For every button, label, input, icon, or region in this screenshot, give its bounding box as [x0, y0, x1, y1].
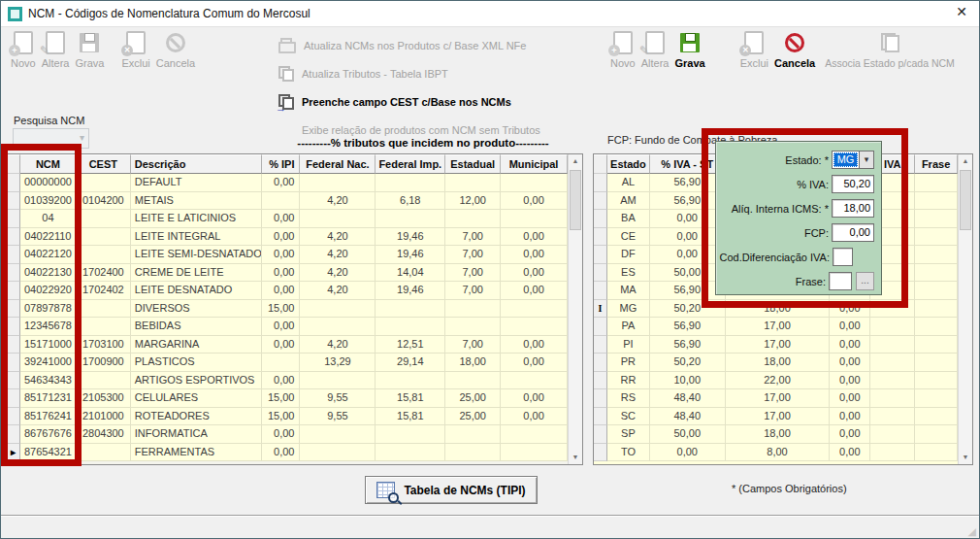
table-row[interactable]: 04022120LEITE SEMI-DESNATADO0,004,2019,4… [7, 246, 568, 264]
tabela-ncms-tipi-button[interactable]: Tabela de NCMs (TIPI) [365, 476, 538, 504]
cell-ipi[interactable]: 0,00 [262, 372, 301, 390]
cell-cest[interactable]: 1702402 [77, 282, 131, 300]
cell-frase[interactable] [915, 300, 958, 319]
cell-ipi[interactable]: 0,00 [262, 425, 301, 444]
cell-frase[interactable] [915, 192, 958, 211]
cell-fcp[interactable]: 0,00 [830, 444, 870, 462]
cell-ipi[interactable] [262, 354, 301, 372]
vertical-scrollbar[interactable]: ▲ ▼ [958, 154, 972, 464]
cell-estadual[interactable] [445, 372, 501, 390]
resize-grip[interactable]: ◢ [968, 525, 976, 538]
cell-uf[interactable]: TO [607, 444, 650, 462]
cell-desc[interactable]: LEITE E LATICINIOS [131, 210, 262, 228]
cell-uf[interactable]: MG [607, 300, 650, 319]
cell-municipal[interactable] [501, 300, 568, 319]
cell-desc[interactable]: METAIS [131, 192, 262, 211]
cell-icms[interactable]: 22,00 [726, 372, 831, 390]
cell-frase[interactable] [915, 174, 958, 192]
table-row[interactable]: 851762412101000ROTEADORES15,009,5515,812… [7, 408, 568, 426]
cell-cest[interactable]: 2101000 [77, 408, 131, 426]
cell-frase[interactable] [915, 210, 958, 228]
cell-fedimp[interactable]: 12,51 [376, 336, 445, 354]
cell-icms[interactable]: 17,00 [726, 318, 831, 336]
cell-fedimp[interactable]: 15,81 [376, 389, 445, 408]
table-row[interactable]: 392410001700900PLASTICOS13,2929,1418,000… [7, 354, 568, 372]
cell-cest[interactable]: 2105300 [77, 389, 131, 408]
table-row[interactable]: PR50,2018,000,00 [594, 354, 958, 372]
cell-estadual[interactable] [445, 318, 501, 336]
scroll-thumb[interactable] [960, 170, 971, 230]
cell-fedimp[interactable]: 15,81 [376, 408, 445, 426]
associa-estado-button[interactable]: Associa Estado p/cada NCM [825, 31, 955, 69]
cell-icms[interactable]: 18,00 [726, 425, 831, 444]
cell-fednac[interactable]: 4,20 [300, 192, 376, 211]
altera-estado-button[interactable]: ✎ Altera [641, 31, 670, 69]
cell-cest[interactable] [77, 318, 131, 336]
cell-fedimp[interactable] [376, 210, 445, 228]
table-row[interactable]: 00000000DEFAULT0,00 [7, 174, 568, 192]
grava-ncm-button[interactable]: Grava [75, 31, 104, 69]
cell-cest[interactable] [77, 444, 131, 462]
cell-municipal[interactable] [501, 425, 568, 444]
scroll-down-icon[interactable]: ▼ [963, 451, 969, 464]
cell-ipi[interactable]: 0,00 [262, 444, 301, 462]
cell-frase[interactable] [915, 444, 958, 462]
cell-fednac[interactable] [300, 174, 376, 192]
cell-fednac[interactable]: 4,20 [300, 282, 376, 300]
scroll-up-icon[interactable]: ▲ [963, 154, 969, 168]
table-row[interactable]: 12345678BEBIDAS0,00 [7, 318, 568, 336]
cell-iva[interactable]: 56,90 [650, 318, 726, 336]
cell-ipi[interactable]: 0,00 [262, 264, 301, 283]
cell-uf[interactable]: SP [607, 425, 650, 444]
cell-codiva[interactable] [870, 354, 915, 372]
cell-fednac[interactable]: 4,20 [300, 246, 376, 264]
cell-fedimp[interactable]: 19,46 [376, 282, 445, 300]
cell-fcp[interactable]: 0,00 [830, 336, 870, 354]
cancela-ncm-button[interactable]: Cancela [156, 31, 195, 69]
cell-uf[interactable]: BA [607, 210, 650, 228]
close-button[interactable]: ✕ [956, 4, 967, 19]
cell-cest[interactable] [77, 174, 131, 192]
preenche-cest-button[interactable]: → Preenche campo CEST c/Base nos NCMs [278, 92, 540, 112]
cell-fedimp[interactable] [376, 300, 445, 319]
cell-municipal[interactable]: 0,00 [501, 264, 568, 283]
cell-frase[interactable] [915, 228, 958, 247]
cell-frase[interactable] [915, 318, 958, 336]
header-federal-nac[interactable]: Federal Nac. [300, 154, 376, 174]
cell-desc[interactable]: MARGARINA [131, 336, 262, 354]
cell-cest[interactable] [77, 210, 131, 228]
cell-cest[interactable]: 0104200 [77, 192, 131, 211]
cell-frase[interactable] [915, 336, 958, 354]
cell-frase[interactable] [915, 354, 958, 372]
scroll-down-icon[interactable]: ▼ [572, 451, 579, 464]
header-federal-imp[interactable]: Federal Imp. [376, 154, 445, 174]
table-row[interactable]: 040229201702402LEITE DESNATADO0,004,2019… [7, 282, 568, 300]
cell-desc[interactable]: LEITE SEMI-DESNATADO [131, 246, 262, 264]
cell-uf[interactable]: AL [607, 174, 650, 192]
cell-estadual[interactable] [445, 210, 501, 228]
cell-fedimp[interactable] [376, 444, 445, 462]
table-row[interactable]: SP50,0018,000,00 [594, 425, 958, 444]
cell-codiva[interactable] [870, 444, 915, 462]
scroll-track[interactable] [959, 168, 972, 451]
cell-ipi[interactable]: 15,00 [262, 300, 301, 319]
cell-icms[interactable]: 18,00 [726, 354, 831, 372]
cell-uf[interactable]: MA [607, 282, 650, 300]
table-row[interactable]: RR10,0022,000,00 [594, 372, 958, 390]
cell-fedimp[interactable] [376, 372, 445, 390]
cell-cest[interactable]: 1702400 [77, 264, 131, 283]
cell-municipal[interactable]: 0,00 [501, 228, 568, 247]
cell-frase[interactable] [915, 372, 958, 390]
cell-municipal[interactable] [501, 444, 568, 462]
cell-ipi[interactable]: 15,00 [262, 408, 301, 426]
cell-fcp[interactable]: 0,00 [830, 372, 870, 390]
cell-frase[interactable] [915, 389, 958, 408]
cell-fedimp[interactable] [376, 425, 445, 444]
cell-estadual[interactable]: 7,00 [445, 228, 501, 247]
table-row[interactable]: 010392000104200METAIS4,206,1812,000,00 [7, 192, 568, 211]
cell-fedimp[interactable]: 6,18 [376, 192, 445, 211]
cell-fedimp[interactable]: 14,04 [376, 264, 445, 283]
cell-icms[interactable]: 8,00 [726, 444, 831, 462]
cell-ipi[interactable]: 0,00 [262, 318, 301, 336]
cell-fcp[interactable]: 0,00 [830, 408, 870, 426]
